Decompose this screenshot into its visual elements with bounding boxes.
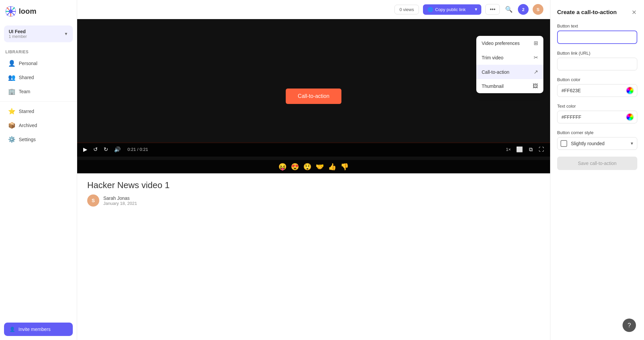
- reaction-love[interactable]: 😍: [291, 163, 299, 171]
- main-content: 0 views 🌐 Copy public link ▼ ••• 🔍 2 S: [77, 0, 550, 340]
- video-preferences-icon: ⊞: [534, 40, 538, 46]
- button-link-input[interactable]: [557, 58, 637, 70]
- corner-style-label: Button corner style: [557, 130, 637, 135]
- author-date: January 18, 2021: [103, 201, 137, 206]
- chevron-down-icon: ▼: [64, 32, 68, 36]
- sidebar-item-label: Personal: [19, 61, 37, 66]
- sidebar-item-archived[interactable]: 📦 Archived: [3, 119, 74, 132]
- button-color-label: Button color: [557, 77, 637, 82]
- button-text-input[interactable]: [557, 31, 637, 44]
- copy-link-dropdown[interactable]: ▼: [471, 4, 481, 14]
- reaction-thumbsup[interactable]: 👍: [328, 163, 336, 171]
- rewind-button[interactable]: ↺: [93, 146, 98, 153]
- speed-display[interactable]: 1×: [506, 147, 511, 152]
- logo-text: loom: [19, 7, 37, 16]
- sidebar-item-label: Team: [19, 89, 30, 94]
- button-link-label: Button link (URL): [557, 51, 637, 56]
- video-title: Hacker News video 1: [87, 180, 540, 190]
- fullscreen-button[interactable]: ⛶: [538, 146, 545, 153]
- button-color-picker[interactable]: [626, 87, 634, 95]
- sidebar-item-label: Starred: [19, 109, 34, 114]
- corner-style-wrapper: Square Slightly rounded Rounded Pill ▼: [557, 137, 637, 150]
- time-total: 0:21: [140, 147, 148, 152]
- time-current: 0:21: [127, 147, 136, 152]
- cta-button-preview[interactable]: Call-to-action: [286, 89, 341, 104]
- sidebar: loom UI Feed 1 member ▼ Libraries 👤 Pers…: [0, 0, 77, 340]
- text-color-picker[interactable]: [626, 113, 634, 121]
- top-bar: 0 views 🌐 Copy public link ▼ ••• 🔍 2 S: [77, 0, 550, 19]
- pip-button[interactable]: ⧉: [528, 146, 533, 153]
- copy-link-main: 🌐 Copy public link: [423, 4, 470, 15]
- forward-button[interactable]: ↻: [103, 146, 109, 153]
- close-panel-button[interactable]: ✕: [631, 8, 637, 17]
- reaction-thumbsdown[interactable]: 👎: [340, 163, 349, 171]
- globe-icon: 🌐: [428, 7, 433, 12]
- workspace-title: UI Feed: [9, 29, 27, 34]
- context-menu-call-to-action[interactable]: Call-to-action ↗: [476, 65, 543, 79]
- shared-icon: 👥: [8, 74, 15, 81]
- sidebar-item-settings[interactable]: ⚙️ Settings: [3, 133, 74, 146]
- save-cta-button[interactable]: Save call-to-action: [557, 157, 637, 170]
- time-display: 0:21 / 0:21: [127, 147, 148, 152]
- views-badge: 0 views: [394, 5, 419, 14]
- search-button[interactable]: 🔍: [504, 4, 514, 14]
- reaction-highfive[interactable]: 🤝: [316, 163, 324, 171]
- team-icon: 🏢: [8, 88, 15, 95]
- text-color-field: Text color: [557, 104, 637, 123]
- sidebar-item-label: Shared: [19, 75, 34, 80]
- trim-icon: ✂: [534, 54, 538, 61]
- video-preferences-label: Video preferences: [482, 41, 520, 46]
- cta-menu-label: Call-to-action: [482, 69, 509, 75]
- help-button[interactable]: ?: [623, 319, 636, 332]
- volume-button[interactable]: 🔊: [113, 146, 121, 153]
- video-controls: ▶ ↺ ↻ 🔊 0:21 / 0:21 1× ⬜ ⧉ ⛶: [77, 142, 550, 157]
- notification-avatar[interactable]: 2: [518, 4, 529, 15]
- text-color-input[interactable]: [557, 111, 637, 123]
- logo: loom: [0, 0, 77, 23]
- sidebar-item-team[interactable]: 🏢 Team: [3, 85, 74, 98]
- screen-size-button[interactable]: ⬜: [516, 146, 524, 153]
- reactions-bar: 😝 😍 😲 🤝 👍 👎: [77, 160, 550, 173]
- context-menu-trim-video[interactable]: Trim video ✂: [476, 50, 543, 65]
- button-color-wrapper: [557, 84, 637, 97]
- cta-label: Call-to-action: [298, 93, 329, 99]
- svg-point-1: [9, 9, 13, 13]
- author-name: Sarah Jonas: [103, 195, 137, 201]
- context-menu-video-preferences[interactable]: Video preferences ⊞: [476, 36, 543, 50]
- invite-members-button[interactable]: 👤 Invite members: [4, 323, 73, 336]
- video-author: S Sarah Jonas January 18, 2021: [87, 194, 540, 207]
- loom-logo-icon: [5, 6, 16, 17]
- workspace-members: 1 member: [9, 34, 27, 39]
- button-text-label: Button text: [557, 23, 637, 29]
- sidebar-item-personal[interactable]: 👤 Personal: [3, 57, 74, 70]
- play-button[interactable]: ▶: [83, 146, 88, 153]
- text-color-label: Text color: [557, 104, 637, 109]
- context-menu-thumbnail[interactable]: Thumbnail 🖼: [476, 79, 543, 93]
- sidebar-bottom: 👤 Invite members: [0, 319, 77, 340]
- video-container: Call-to-action Video preferences ⊞ Trim …: [77, 19, 550, 340]
- panel-title: Create a call-to-action: [557, 9, 617, 16]
- personal-icon: 👤: [8, 60, 15, 67]
- sidebar-item-shared[interactable]: 👥 Shared: [3, 71, 74, 84]
- corner-style-select[interactable]: Square Slightly rounded Rounded Pill: [557, 137, 637, 150]
- sidebar-item-label: Archived: [19, 123, 37, 128]
- author-avatar: S: [87, 194, 99, 207]
- user-avatar[interactable]: S: [533, 4, 543, 15]
- reaction-laugh[interactable]: 😝: [278, 163, 287, 171]
- search-icon: 🔍: [505, 6, 513, 13]
- more-options-button[interactable]: •••: [485, 4, 500, 15]
- thumbnail-label: Thumbnail: [482, 83, 503, 89]
- reaction-wow[interactable]: 😲: [303, 163, 312, 171]
- copy-link-label: Copy public link: [435, 7, 466, 12]
- sidebar-item-starred[interactable]: ⭐ Starred: [3, 105, 74, 118]
- invite-icon: 👤: [9, 327, 15, 332]
- right-panel: Create a call-to-action ✕ Button text Bu…: [550, 0, 644, 340]
- button-color-input[interactable]: [557, 84, 637, 97]
- copy-public-link-button[interactable]: 🌐 Copy public link ▼: [423, 4, 481, 15]
- thumbnail-icon: 🖼: [533, 83, 538, 89]
- star-icon: ⭐: [8, 108, 15, 115]
- libraries-label: Libraries: [0, 45, 77, 56]
- help-icon: ?: [628, 322, 631, 329]
- workspace-selector[interactable]: UI Feed 1 member ▼: [4, 25, 73, 42]
- text-color-wrapper: [557, 111, 637, 123]
